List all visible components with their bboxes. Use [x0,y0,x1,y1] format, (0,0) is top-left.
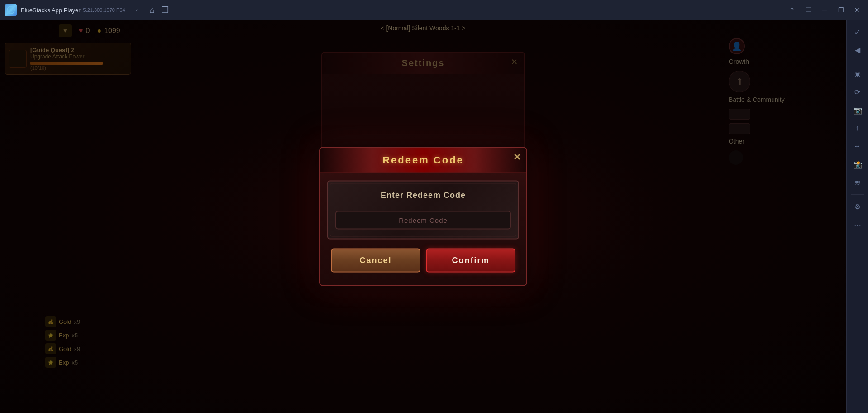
svg-marker-1 [10,8,13,12]
sidebar-settings-button[interactable]: ⚙ [849,198,866,215]
redeem-input-area: Enter Redeem Code [327,181,519,240]
redeem-body: Enter Redeem Code Cancel Confirm [320,173,526,285]
sidebar-camera-button[interactable]: ◉ [849,66,866,82]
menu-button[interactable]: ☰ [802,4,815,16]
sidebar-rotate-button[interactable]: ⟳ [849,84,866,100]
sidebar-divider [851,62,864,62]
redeem-header: Redeem Code ✕ [320,148,526,173]
app-name: BlueStacks App Player [21,7,81,14]
sidebar-screenshot-button[interactable]: 📷 [849,102,866,118]
sidebar-mirror-button[interactable]: ↔ [849,138,866,154]
redeem-title: Redeem Code [382,154,464,166]
titlebar-nav: ← ⌂ ❐ [134,5,169,15]
nav-home-button[interactable]: ⌂ [150,5,155,15]
app-logo [5,4,17,16]
sidebar-more-button[interactable]: ⋯ [849,216,866,233]
restore-button[interactable]: ❐ [835,4,847,16]
window-controls: ? ☰ ─ ❐ ✕ [786,4,863,16]
minimize-button[interactable]: ─ [818,4,831,16]
sidebar-divider-2 [851,194,864,195]
redeem-input-label: Enter Redeem Code [335,191,511,200]
redeem-code-dialog: Redeem Code ✕ Enter Redeem Code Cancel C… [319,147,527,286]
sidebar-collapse-button[interactable]: ◀ [849,42,866,58]
sidebar-shake-button[interactable]: ≋ [849,174,866,191]
titlebar: BlueStacks App Player 5.21.300.1070 P64 … [0,0,868,20]
nav-copy-button[interactable]: ❐ [162,5,169,15]
redeem-code-input[interactable] [335,211,511,230]
redeem-close-button[interactable]: ✕ [513,152,521,163]
sidebar-record-button[interactable]: 📸 [849,156,866,173]
cancel-button[interactable]: Cancel [331,249,420,273]
nav-back-button[interactable]: ← [134,5,143,15]
close-button[interactable]: ✕ [851,4,863,16]
confirm-button[interactable]: Confirm [426,249,515,273]
sidebar-resize-button[interactable]: ⤢ [849,24,866,40]
app-version: 5.21.300.1070 P64 [83,7,125,13]
game-area: ▼ ♥ 0 ● 1099 < [Normal] Silent Woods 1-1… [0,20,846,413]
redeem-action-buttons: Cancel Confirm [327,247,519,278]
help-button[interactable]: ? [786,4,798,16]
right-sidebar: ⤢ ◀ ◉ ⟳ 📷 ↕ ↔ 📸 ≋ ⚙ ⋯ [846,20,868,413]
sidebar-scale-button[interactable]: ↕ [849,120,866,136]
